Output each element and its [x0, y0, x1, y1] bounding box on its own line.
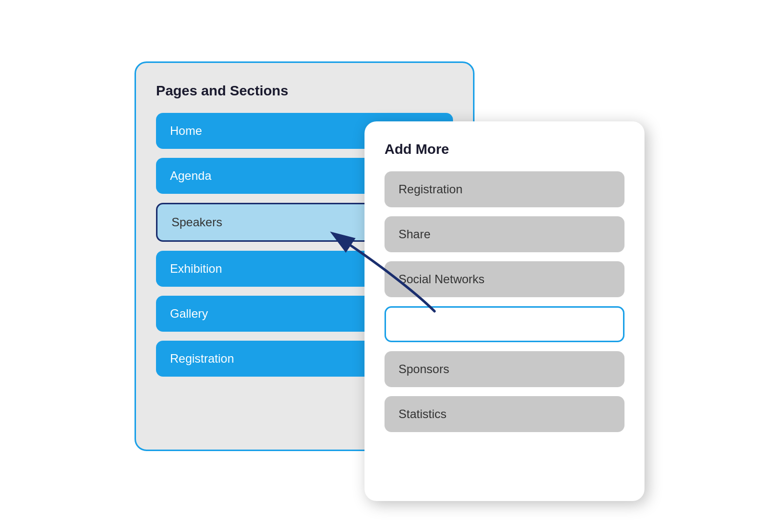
- scene: Pages and Sections Home Agenda Speakers …: [114, 41, 664, 491]
- sponsors-item[interactable]: Sponsors: [384, 351, 624, 387]
- registration-add-item[interactable]: Registration: [384, 171, 624, 207]
- right-panel-title: Add More: [384, 141, 624, 157]
- right-panel: Add More Registration Share Social Netwo…: [364, 121, 644, 501]
- empty-item[interactable]: [384, 306, 624, 342]
- statistics-item[interactable]: Statistics: [384, 396, 624, 432]
- social-networks-item[interactable]: Social Networks: [384, 261, 624, 297]
- share-item[interactable]: Share: [384, 216, 624, 252]
- left-panel-title: Pages and Sections: [156, 83, 453, 99]
